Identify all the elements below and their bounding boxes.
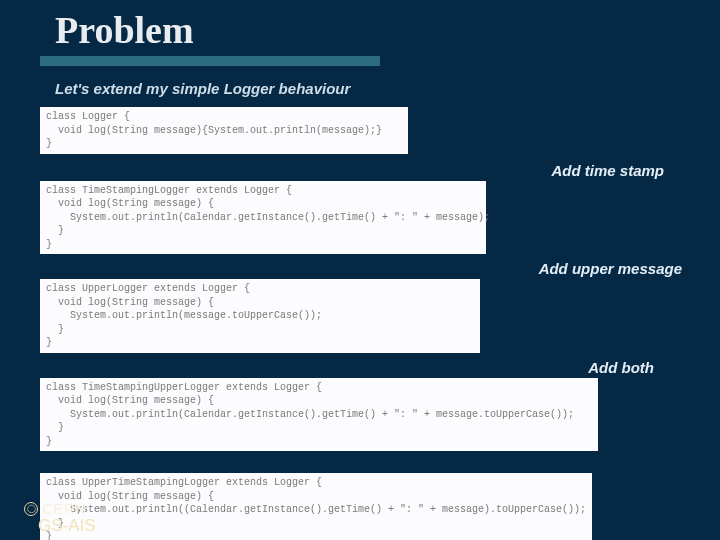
gs-ais-label: GS-AIS (38, 516, 96, 536)
cern-logo-icon: ◯ (24, 502, 38, 516)
code-line: class TimeStampingLogger extends Logger … (46, 184, 480, 198)
code-line: void log(String message) { (46, 296, 474, 310)
code-line: } (46, 435, 592, 449)
code-line: void log(String message){System.out.prin… (46, 124, 402, 138)
code-line: System.out.println(message.toUpperCase()… (46, 309, 474, 323)
code-line: } (46, 517, 586, 531)
code-line: } (46, 323, 474, 337)
annotation-timestamp: Add time stamp (0, 162, 664, 179)
code-block-upper: class UpperLogger extends Logger { void … (40, 279, 480, 353)
code-line: } (46, 530, 586, 540)
code-line: } (46, 336, 474, 350)
code-line: class TimeStampingUpperLogger extends Lo… (46, 381, 592, 395)
code-line: } (46, 238, 480, 252)
code-line: class UpperTimeStampingLogger extends Lo… (46, 476, 586, 490)
code-line: class UpperLogger extends Logger { (46, 282, 474, 296)
cern-label: CERN (42, 500, 87, 517)
code-line: class Logger { (46, 110, 402, 124)
annotation-both: Add both (0, 359, 654, 376)
code-block-timestamp: class TimeStampingLogger extends Logger … (40, 181, 486, 255)
code-line: System.out.println(Calendar.getInstance(… (46, 211, 480, 225)
code-line: } (46, 421, 592, 435)
intro-text: Let's extend my simple Logger behaviour (55, 80, 720, 97)
code-block-upper-timestamp: class UpperTimeStampingLogger extends Lo… (40, 473, 592, 540)
code-line: System.out.println(Calendar.getInstance(… (46, 408, 592, 422)
code-block-logger: class Logger { void log(String message){… (40, 107, 408, 154)
code-line: void log(String message) { (46, 490, 586, 504)
code-line: } (46, 137, 402, 151)
code-line: void log(String message) { (46, 197, 480, 211)
code-block-timestamp-upper: class TimeStampingUpperLogger extends Lo… (40, 378, 598, 452)
annotation-upper: Add upper message (0, 260, 682, 277)
code-line: System.out.println((Calendar.getInstance… (46, 503, 586, 517)
code-line: } (46, 224, 480, 238)
slide-footer: ◯ CERN GS-AIS (24, 500, 96, 536)
code-line: void log(String message) { (46, 394, 592, 408)
slide-title: Problem (55, 8, 720, 52)
title-rule (40, 56, 380, 66)
